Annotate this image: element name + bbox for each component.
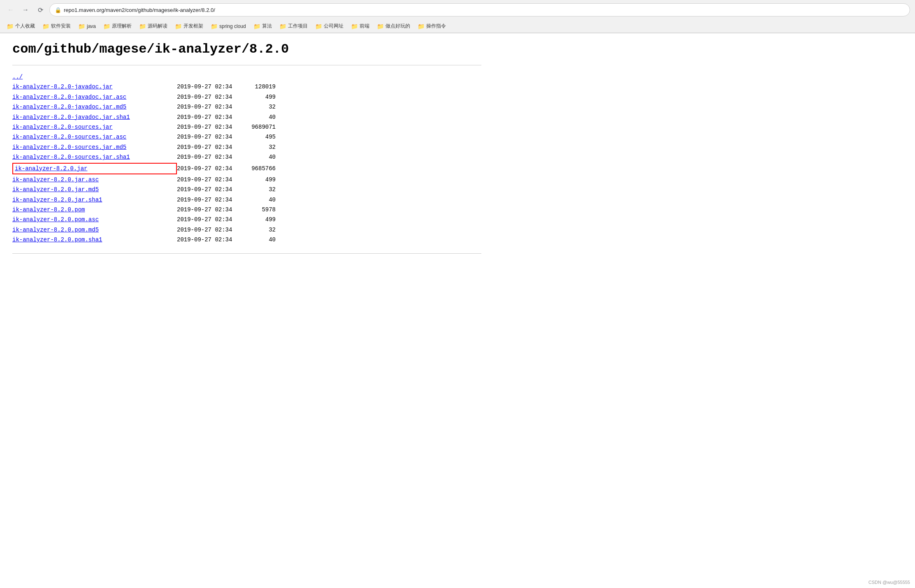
bookmark-fun[interactable]: 📁做点好玩的 xyxy=(374,21,413,31)
file-date: 2019-09-27 02:34 xyxy=(177,93,243,102)
table-row: ik-analyzer-8.2.0.jar.md5 2019-09-27 02:… xyxy=(12,185,481,194)
file-date: 2019-09-27 02:34 xyxy=(177,235,243,244)
file-date: 2019-09-27 02:34 xyxy=(177,164,243,173)
bookmark-label: java xyxy=(87,23,96,29)
browser-chrome: ← → ⟳ 🔒 repo1.maven.org/maven2/com/githu… xyxy=(0,0,915,33)
file-size: 128019 xyxy=(243,82,276,91)
table-row: ik-analyzer-8.2.0-sources.jar.md5 2019-0… xyxy=(12,142,481,152)
file-link[interactable]: ik-analyzer-8.2.0-javadoc.jar.asc xyxy=(12,93,177,102)
file-link[interactable]: ik-analyzer-8.2.0-sources.jar xyxy=(12,123,177,132)
file-link[interactable]: ik-analyzer-8.2.0.jar.sha1 xyxy=(12,195,177,204)
folder-icon: 📁 xyxy=(78,23,85,30)
file-date: 2019-09-27 02:34 xyxy=(177,123,243,132)
file-date: 2019-09-27 02:34 xyxy=(177,102,243,111)
table-row: ik-analyzer-8.2.0-javadoc.jar.asc 2019-0… xyxy=(12,92,481,102)
bookmark-frontend[interactable]: 📁前端 xyxy=(348,21,373,31)
bookmark-label: 操作指令 xyxy=(426,23,446,30)
folder-icon: 📁 xyxy=(351,23,358,30)
parent-link[interactable]: ../ xyxy=(12,72,23,81)
file-link[interactable]: ik-analyzer-8.2.0-sources.jar.md5 xyxy=(12,143,177,152)
file-link[interactable]: ik-analyzer-8.2.0-javadoc.jar xyxy=(12,82,177,91)
file-size: 40 xyxy=(243,195,276,204)
bookmark-label: 工作项目 xyxy=(288,23,308,30)
bookmark-label: 原理解析 xyxy=(112,23,132,30)
table-row: ../ xyxy=(12,72,481,82)
table-row: ik-analyzer-8.2.0-sources.jar.asc 2019-0… xyxy=(12,132,481,142)
file-date: 2019-09-27 02:34 xyxy=(177,143,243,152)
bookmark-label: 个人收藏 xyxy=(15,23,35,30)
address-bar[interactable]: 🔒 repo1.maven.org/maven2/com/github/mage… xyxy=(49,3,910,16)
table-row: ik-analyzer-8.2.0.jar.sha1 2019-09-27 02… xyxy=(12,195,481,205)
bookmark-label: 软件安装 xyxy=(51,23,71,30)
file-size: 40 xyxy=(243,153,276,162)
file-size: 5978 xyxy=(243,205,276,214)
folder-icon: 📁 xyxy=(139,23,146,30)
file-link[interactable]: ik-analyzer-8.2.0.pom.md5 xyxy=(12,225,177,234)
forward-button[interactable]: → xyxy=(20,4,31,16)
file-link[interactable]: ik-analyzer-8.2.0.pom.asc xyxy=(12,215,177,224)
table-row: ik-analyzer-8.2.0-javadoc.jar 2019-09-27… xyxy=(12,82,481,92)
page-title: com/github/magese/ik-analyzer/8.2.0 xyxy=(12,42,481,57)
bookmark-label: 公司网址 xyxy=(324,23,344,30)
browser-nav: ← → ⟳ 🔒 repo1.maven.org/maven2/com/githu… xyxy=(0,0,915,20)
address-text: repo1.maven.org/maven2/com/github/magese… xyxy=(64,7,905,13)
file-link[interactable]: ik-analyzer-8.2.0.pom xyxy=(12,205,177,214)
file-date: 2019-09-27 02:34 xyxy=(177,185,243,194)
file-size: 32 xyxy=(243,143,276,152)
bookmark-algorithm[interactable]: 📁算法 xyxy=(250,21,275,31)
folder-icon: 📁 xyxy=(103,23,110,30)
file-link[interactable]: ik-analyzer-8.2.0.pom.sha1 xyxy=(12,235,177,244)
bookmark-work[interactable]: 📁工作项目 xyxy=(276,21,311,31)
file-link[interactable]: ik-analyzer-8.2.0-javadoc.jar.md5 xyxy=(12,102,177,111)
folder-icon: 📁 xyxy=(279,23,286,30)
file-date: 2019-09-27 02:34 xyxy=(177,205,243,214)
file-link[interactable]: ik-analyzer-8.2.0.jar.md5 xyxy=(12,185,177,194)
file-date: 2019-09-27 02:34 xyxy=(177,153,243,162)
bookmark-java[interactable]: 📁java xyxy=(75,22,99,31)
file-listing: ../ ik-analyzer-8.2.0-javadoc.jar 2019-0… xyxy=(12,72,481,245)
file-link[interactable]: ik-analyzer-8.2.0-sources.jar.sha1 xyxy=(12,153,177,162)
bookmark-principle[interactable]: 📁原理解析 xyxy=(100,21,135,31)
back-button[interactable]: ← xyxy=(5,4,16,16)
folder-icon: 📁 xyxy=(315,23,322,30)
table-row: ik-analyzer-8.2.0.jar 2019-09-27 02:34 9… xyxy=(12,162,481,175)
file-link[interactable]: ik-analyzer-8.2.0-sources.jar.asc xyxy=(12,132,177,141)
file-size: 32 xyxy=(243,102,276,111)
bookmark-label: 开发框架 xyxy=(183,23,203,30)
table-row: ik-analyzer-8.2.0.pom.asc 2019-09-27 02:… xyxy=(12,215,481,225)
bookmark-label: spring cloud xyxy=(219,23,246,29)
file-link[interactable]: ik-analyzer-8.2.0.jar.asc xyxy=(12,175,177,184)
bookmark-software[interactable]: 📁软件安装 xyxy=(39,21,74,31)
table-row: ik-analyzer-8.2.0.jar.asc 2019-09-27 02:… xyxy=(12,175,481,185)
table-row: ik-analyzer-8.2.0.pom 2019-09-27 02:34 5… xyxy=(12,205,481,215)
bookmark-label: 算法 xyxy=(262,23,272,30)
file-size: 40 xyxy=(243,235,276,244)
file-date: 2019-09-27 02:34 xyxy=(177,215,243,224)
file-size: 32 xyxy=(243,225,276,234)
folder-icon: 📁 xyxy=(418,23,425,30)
file-date: 2019-09-27 02:34 xyxy=(177,225,243,234)
bookmark-guide[interactable]: 📁操作指令 xyxy=(414,21,449,31)
table-row: ik-analyzer-8.2.0-javadoc.jar.sha1 2019-… xyxy=(12,112,481,122)
table-row: ik-analyzer-8.2.0.pom.sha1 2019-09-27 02… xyxy=(12,235,481,245)
file-size: 499 xyxy=(243,175,276,184)
bookmark-personal[interactable]: 📁个人收藏 xyxy=(3,21,38,31)
file-size: 40 xyxy=(243,113,276,122)
table-row: ik-analyzer-8.2.0-sources.jar.sha1 2019-… xyxy=(12,152,481,162)
separator-top xyxy=(12,65,481,65)
file-size: 499 xyxy=(243,215,276,224)
bookmark-source[interactable]: 📁源码解读 xyxy=(136,21,171,31)
file-date: 2019-09-27 02:34 xyxy=(177,175,243,184)
file-link[interactable]: ik-analyzer-8.2.0-javadoc.jar.sha1 xyxy=(12,113,177,122)
bookmark-label: 源码解读 xyxy=(148,23,167,30)
bookmark-framework[interactable]: 📁开发框架 xyxy=(172,21,207,31)
folder-icon: 📁 xyxy=(175,23,182,30)
reload-button[interactable]: ⟳ xyxy=(35,4,46,16)
table-row: ik-analyzer-8.2.0-sources.jar 2019-09-27… xyxy=(12,122,481,132)
folder-icon: 📁 xyxy=(211,23,218,30)
bookmark-spring-cloud[interactable]: 📁spring cloud xyxy=(207,22,249,31)
bookmark-company[interactable]: 📁公司网址 xyxy=(312,21,347,31)
file-link[interactable]: ik-analyzer-8.2.0.jar xyxy=(12,163,177,174)
page-content: com/github/magese/ik-analyzer/8.2.0 ../ … xyxy=(0,33,494,265)
file-date: 2019-09-27 02:34 xyxy=(177,113,243,122)
